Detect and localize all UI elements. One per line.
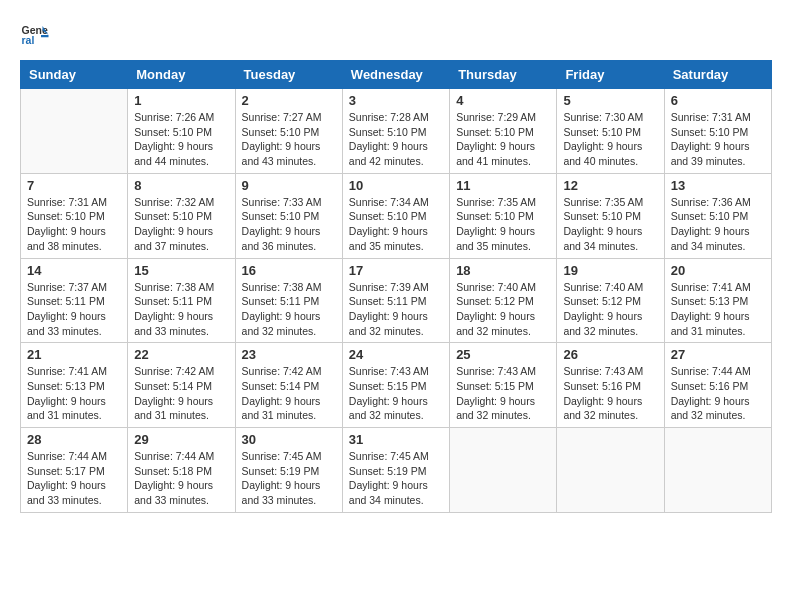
calendar-day-cell: 7Sunrise: 7:31 AMSunset: 5:10 PMDaylight… (21, 173, 128, 258)
day-number: 7 (27, 178, 121, 193)
day-number: 21 (27, 347, 121, 362)
day-number: 15 (134, 263, 228, 278)
calendar-day-cell: 23Sunrise: 7:42 AMSunset: 5:14 PMDayligh… (235, 343, 342, 428)
calendar-week-row: 28Sunrise: 7:44 AMSunset: 5:17 PMDayligh… (21, 428, 772, 513)
day-info: Sunrise: 7:36 AMSunset: 5:10 PMDaylight:… (671, 195, 765, 254)
calendar-day-cell: 18Sunrise: 7:40 AMSunset: 5:12 PMDayligh… (450, 258, 557, 343)
calendar-day-header: Saturday (664, 61, 771, 89)
calendar-day-cell: 25Sunrise: 7:43 AMSunset: 5:15 PMDayligh… (450, 343, 557, 428)
calendar-day-cell: 16Sunrise: 7:38 AMSunset: 5:11 PMDayligh… (235, 258, 342, 343)
calendar-header-row: SundayMondayTuesdayWednesdayThursdayFrid… (21, 61, 772, 89)
day-info: Sunrise: 7:35 AMSunset: 5:10 PMDaylight:… (456, 195, 550, 254)
day-number: 31 (349, 432, 443, 447)
day-info: Sunrise: 7:31 AMSunset: 5:10 PMDaylight:… (27, 195, 121, 254)
day-info: Sunrise: 7:45 AMSunset: 5:19 PMDaylight:… (242, 449, 336, 508)
day-number: 5 (563, 93, 657, 108)
day-number: 14 (27, 263, 121, 278)
day-number: 10 (349, 178, 443, 193)
calendar-day-cell: 17Sunrise: 7:39 AMSunset: 5:11 PMDayligh… (342, 258, 449, 343)
day-info: Sunrise: 7:42 AMSunset: 5:14 PMDaylight:… (134, 364, 228, 423)
day-info: Sunrise: 7:30 AMSunset: 5:10 PMDaylight:… (563, 110, 657, 169)
day-number: 24 (349, 347, 443, 362)
calendar-day-header: Sunday (21, 61, 128, 89)
calendar-week-row: 21Sunrise: 7:41 AMSunset: 5:13 PMDayligh… (21, 343, 772, 428)
day-info: Sunrise: 7:43 AMSunset: 5:15 PMDaylight:… (456, 364, 550, 423)
calendar-day-cell: 27Sunrise: 7:44 AMSunset: 5:16 PMDayligh… (664, 343, 771, 428)
day-info: Sunrise: 7:33 AMSunset: 5:10 PMDaylight:… (242, 195, 336, 254)
day-info: Sunrise: 7:44 AMSunset: 5:18 PMDaylight:… (134, 449, 228, 508)
day-info: Sunrise: 7:39 AMSunset: 5:11 PMDaylight:… (349, 280, 443, 339)
day-info: Sunrise: 7:40 AMSunset: 5:12 PMDaylight:… (456, 280, 550, 339)
calendar-day-cell: 12Sunrise: 7:35 AMSunset: 5:10 PMDayligh… (557, 173, 664, 258)
calendar-day-cell: 22Sunrise: 7:42 AMSunset: 5:14 PMDayligh… (128, 343, 235, 428)
calendar-day-header: Wednesday (342, 61, 449, 89)
calendar-day-cell: 28Sunrise: 7:44 AMSunset: 5:17 PMDayligh… (21, 428, 128, 513)
calendar-day-cell: 1Sunrise: 7:26 AMSunset: 5:10 PMDaylight… (128, 89, 235, 174)
calendar-day-header: Friday (557, 61, 664, 89)
calendar-day-cell: 10Sunrise: 7:34 AMSunset: 5:10 PMDayligh… (342, 173, 449, 258)
calendar-day-cell: 30Sunrise: 7:45 AMSunset: 5:19 PMDayligh… (235, 428, 342, 513)
calendar-day-cell: 31Sunrise: 7:45 AMSunset: 5:19 PMDayligh… (342, 428, 449, 513)
day-info: Sunrise: 7:43 AMSunset: 5:16 PMDaylight:… (563, 364, 657, 423)
day-number: 28 (27, 432, 121, 447)
calendar-day-cell (21, 89, 128, 174)
calendar-day-cell (664, 428, 771, 513)
day-number: 22 (134, 347, 228, 362)
calendar-day-cell: 6Sunrise: 7:31 AMSunset: 5:10 PMDaylight… (664, 89, 771, 174)
day-info: Sunrise: 7:28 AMSunset: 5:10 PMDaylight:… (349, 110, 443, 169)
day-info: Sunrise: 7:43 AMSunset: 5:15 PMDaylight:… (349, 364, 443, 423)
day-number: 11 (456, 178, 550, 193)
day-number: 3 (349, 93, 443, 108)
calendar-day-cell: 5Sunrise: 7:30 AMSunset: 5:10 PMDaylight… (557, 89, 664, 174)
day-info: Sunrise: 7:27 AMSunset: 5:10 PMDaylight:… (242, 110, 336, 169)
calendar-day-cell (450, 428, 557, 513)
day-info: Sunrise: 7:41 AMSunset: 5:13 PMDaylight:… (27, 364, 121, 423)
calendar-day-cell: 29Sunrise: 7:44 AMSunset: 5:18 PMDayligh… (128, 428, 235, 513)
day-info: Sunrise: 7:41 AMSunset: 5:13 PMDaylight:… (671, 280, 765, 339)
calendar-day-cell: 19Sunrise: 7:40 AMSunset: 5:12 PMDayligh… (557, 258, 664, 343)
calendar-day-cell: 15Sunrise: 7:38 AMSunset: 5:11 PMDayligh… (128, 258, 235, 343)
day-number: 30 (242, 432, 336, 447)
day-info: Sunrise: 7:38 AMSunset: 5:11 PMDaylight:… (242, 280, 336, 339)
calendar-day-cell: 11Sunrise: 7:35 AMSunset: 5:10 PMDayligh… (450, 173, 557, 258)
logo: Gene ral (20, 20, 54, 50)
day-number: 19 (563, 263, 657, 278)
day-number: 13 (671, 178, 765, 193)
day-number: 18 (456, 263, 550, 278)
calendar-day-cell: 26Sunrise: 7:43 AMSunset: 5:16 PMDayligh… (557, 343, 664, 428)
day-number: 25 (456, 347, 550, 362)
calendar-week-row: 7Sunrise: 7:31 AMSunset: 5:10 PMDaylight… (21, 173, 772, 258)
page-header: Gene ral (20, 20, 772, 50)
day-info: Sunrise: 7:35 AMSunset: 5:10 PMDaylight:… (563, 195, 657, 254)
svg-rect-3 (41, 35, 49, 37)
day-number: 9 (242, 178, 336, 193)
calendar-day-header: Monday (128, 61, 235, 89)
calendar-table: SundayMondayTuesdayWednesdayThursdayFrid… (20, 60, 772, 513)
day-info: Sunrise: 7:44 AMSunset: 5:16 PMDaylight:… (671, 364, 765, 423)
calendar-day-cell: 13Sunrise: 7:36 AMSunset: 5:10 PMDayligh… (664, 173, 771, 258)
day-number: 2 (242, 93, 336, 108)
day-info: Sunrise: 7:31 AMSunset: 5:10 PMDaylight:… (671, 110, 765, 169)
day-info: Sunrise: 7:45 AMSunset: 5:19 PMDaylight:… (349, 449, 443, 508)
day-info: Sunrise: 7:38 AMSunset: 5:11 PMDaylight:… (134, 280, 228, 339)
day-info: Sunrise: 7:26 AMSunset: 5:10 PMDaylight:… (134, 110, 228, 169)
calendar-day-cell: 2Sunrise: 7:27 AMSunset: 5:10 PMDaylight… (235, 89, 342, 174)
day-number: 29 (134, 432, 228, 447)
day-info: Sunrise: 7:29 AMSunset: 5:10 PMDaylight:… (456, 110, 550, 169)
day-number: 26 (563, 347, 657, 362)
day-info: Sunrise: 7:32 AMSunset: 5:10 PMDaylight:… (134, 195, 228, 254)
day-info: Sunrise: 7:40 AMSunset: 5:12 PMDaylight:… (563, 280, 657, 339)
svg-text:ral: ral (22, 34, 35, 46)
day-number: 4 (456, 93, 550, 108)
logo-icon: Gene ral (20, 20, 50, 50)
day-info: Sunrise: 7:42 AMSunset: 5:14 PMDaylight:… (242, 364, 336, 423)
calendar-day-header: Tuesday (235, 61, 342, 89)
day-number: 16 (242, 263, 336, 278)
calendar-day-cell: 21Sunrise: 7:41 AMSunset: 5:13 PMDayligh… (21, 343, 128, 428)
calendar-day-cell (557, 428, 664, 513)
calendar-day-cell: 8Sunrise: 7:32 AMSunset: 5:10 PMDaylight… (128, 173, 235, 258)
calendar-week-row: 1Sunrise: 7:26 AMSunset: 5:10 PMDaylight… (21, 89, 772, 174)
calendar-day-cell: 3Sunrise: 7:28 AMSunset: 5:10 PMDaylight… (342, 89, 449, 174)
calendar-day-cell: 9Sunrise: 7:33 AMSunset: 5:10 PMDaylight… (235, 173, 342, 258)
day-number: 17 (349, 263, 443, 278)
